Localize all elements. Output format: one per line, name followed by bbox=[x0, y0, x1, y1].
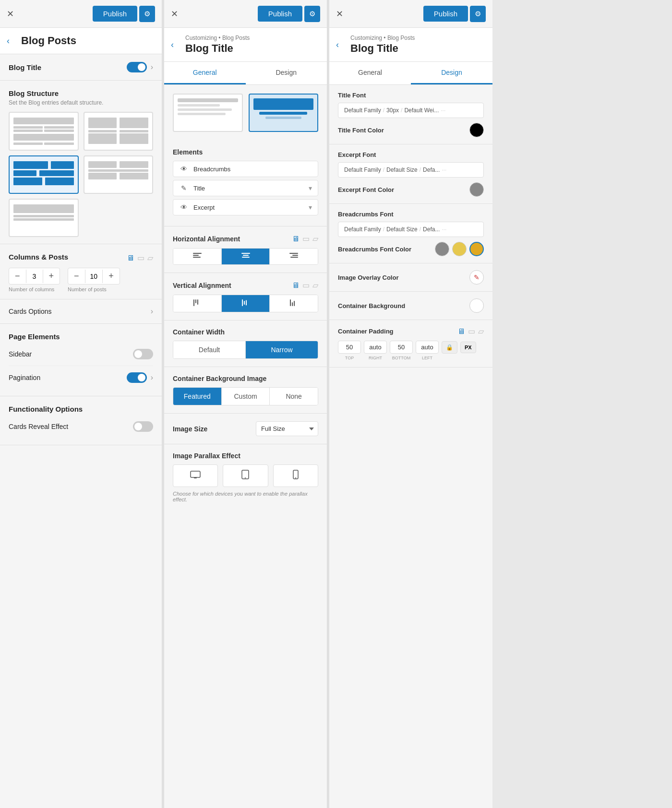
parallax-mobile[interactable] bbox=[273, 464, 318, 487]
close-button-2[interactable]: ✕ bbox=[171, 9, 178, 19]
blog-title-row[interactable]: Blog Title › bbox=[0, 54, 162, 81]
excerpt-color-dot[interactable] bbox=[469, 182, 484, 197]
element-title: ✎ Title ▾ bbox=[173, 180, 318, 196]
cw-default[interactable]: Default bbox=[173, 341, 246, 358]
title-color-dot[interactable] bbox=[469, 123, 484, 137]
bg-custom[interactable]: Custom bbox=[222, 388, 270, 405]
bg-featured[interactable]: Featured bbox=[173, 388, 222, 405]
topbar-1: ✕ Publish ⚙ bbox=[0, 0, 162, 28]
publish-button-2[interactable]: Publish bbox=[258, 6, 302, 22]
parallax-note: Choose for which devices you want to ena… bbox=[173, 491, 318, 502]
breadcrumbs-color-2[interactable] bbox=[452, 242, 467, 256]
padding-lock[interactable]: 🔒 bbox=[442, 341, 457, 354]
cards-options-row[interactable]: Cards Options › bbox=[0, 299, 162, 324]
excerpt-color-row: Excerpt Font Color bbox=[338, 182, 484, 197]
layout-preview-2[interactable] bbox=[249, 94, 319, 132]
tab-general-2[interactable]: General bbox=[164, 62, 246, 84]
cw-narrow[interactable]: Narrow bbox=[246, 341, 318, 358]
gear-button-2[interactable]: ⚙ bbox=[304, 6, 320, 22]
cards-options-label: Cards Options bbox=[9, 308, 51, 315]
tablet-icon-va[interactable]: ▭ bbox=[302, 281, 310, 290]
breadcrumbs-color-1[interactable] bbox=[435, 242, 449, 256]
desktop-icon-va[interactable]: 🖥 bbox=[292, 281, 300, 290]
back-arrow-2[interactable]: ‹ bbox=[171, 40, 174, 50]
padding-title-row: Container Padding 🖥 ▭ ▱ bbox=[338, 327, 484, 336]
tab-general-3[interactable]: General bbox=[329, 62, 411, 84]
bottom-label: BOTTOM bbox=[390, 356, 413, 360]
tablet-icon-ha[interactable]: ▭ bbox=[302, 234, 310, 243]
structure-thumb-4[interactable] bbox=[84, 155, 154, 194]
breadcrumbs-font-label: Breadcrumbs Font bbox=[338, 211, 484, 218]
publish-button-1[interactable]: Publish bbox=[93, 6, 137, 22]
tab-design-2[interactable]: Design bbox=[246, 62, 327, 84]
h-align-center[interactable] bbox=[222, 249, 270, 264]
v-align-top[interactable] bbox=[173, 295, 222, 312]
device-icons-1: 🖥 ▭ ▱ bbox=[127, 253, 153, 262]
overlay-color-label: Image Overlay Color bbox=[338, 274, 398, 281]
img-size-select[interactable]: Full Size bbox=[256, 421, 318, 436]
posts-decrement[interactable]: − bbox=[68, 268, 85, 284]
close-button-1[interactable]: ✕ bbox=[7, 9, 14, 19]
h-align-left[interactable] bbox=[173, 249, 222, 264]
close-button-3[interactable]: ✕ bbox=[336, 9, 343, 19]
excerpt-font-value[interactable]: Default Family / Default Size / Defa... … bbox=[338, 162, 484, 178]
publish-button-3[interactable]: Publish bbox=[423, 6, 468, 22]
v-align-middle[interactable] bbox=[222, 295, 270, 312]
back-arrow-1[interactable]: ‹ bbox=[7, 36, 10, 46]
structure-thumb-2[interactable] bbox=[84, 112, 154, 151]
container-bg-label: Container Background bbox=[338, 302, 405, 309]
overlay-color-dot[interactable]: ✎ bbox=[469, 270, 484, 285]
tablet-icon-1[interactable]: ▭ bbox=[137, 253, 144, 262]
sidebar-toggle-row: Sidebar bbox=[9, 343, 153, 366]
sidebar-label: Sidebar bbox=[9, 350, 32, 358]
tablet-icon-pad[interactable]: ▭ bbox=[468, 327, 475, 336]
v-align-bottom[interactable] bbox=[270, 295, 318, 312]
mobile-icon-ha[interactable]: ▱ bbox=[312, 234, 318, 243]
padding-bottom[interactable] bbox=[390, 341, 413, 354]
gear-button-3[interactable]: ⚙ bbox=[470, 6, 486, 22]
container-width-section: Container Width Default Narrow bbox=[164, 321, 327, 367]
padding-unit[interactable]: PX bbox=[460, 342, 476, 353]
breadcrumbs-color-3[interactable] bbox=[469, 242, 484, 256]
posts-increment[interactable]: + bbox=[103, 268, 120, 284]
bg-none[interactable]: None bbox=[270, 388, 318, 405]
posts-stepper-group: − 10 + Number of posts bbox=[68, 268, 120, 292]
pagination-toggle[interactable] bbox=[127, 372, 147, 383]
mobile-icon-va[interactable]: ▱ bbox=[312, 281, 318, 290]
desktop-icon-1[interactable]: 🖥 bbox=[127, 254, 134, 262]
parallax-tablet[interactable] bbox=[223, 464, 268, 487]
title-color-label: Title Font Color bbox=[338, 127, 384, 134]
svg-point-21 bbox=[245, 477, 246, 478]
page-elements-title: Page Elements bbox=[9, 333, 153, 341]
columns-stepper-group: − 3 + Number of columns bbox=[9, 268, 60, 292]
panel1-scroll: Blog Title › Blog Structure Set the Blog… bbox=[0, 54, 162, 808]
breadcrumbs-font-value[interactable]: Default Family / Default Size / Defa... … bbox=[338, 222, 484, 237]
back-arrow-3[interactable]: ‹ bbox=[336, 40, 339, 50]
structure-thumb-1[interactable] bbox=[9, 112, 79, 151]
h-align-right[interactable] bbox=[270, 249, 318, 264]
topbar-right-3: Publish ⚙ bbox=[423, 6, 486, 22]
desktop-icon-pad[interactable]: 🖥 bbox=[457, 327, 465, 336]
tab-design-3[interactable]: Design bbox=[411, 62, 492, 84]
blog-title-toggle[interactable] bbox=[127, 62, 147, 72]
structure-thumb-5[interactable] bbox=[9, 199, 79, 237]
panel3-header: ‹ Customizing • Blog Posts Blog Title bbox=[329, 28, 492, 62]
gear-button-1[interactable]: ⚙ bbox=[139, 6, 155, 22]
title-font-value[interactable]: Default Family / 30px / Default Wei... ·… bbox=[338, 103, 484, 118]
layout-preview-1[interactable] bbox=[173, 94, 243, 132]
structure-thumb-3[interactable] bbox=[9, 155, 79, 194]
padding-right[interactable] bbox=[364, 341, 387, 354]
container-bg-dot[interactable] bbox=[469, 298, 484, 313]
columns-decrement[interactable]: − bbox=[9, 268, 26, 284]
cards-reveal-toggle[interactable] bbox=[133, 421, 153, 432]
mobile-icon-1[interactable]: ▱ bbox=[147, 253, 153, 262]
padding-top[interactable] bbox=[338, 341, 361, 354]
padding-left[interactable] bbox=[416, 341, 439, 354]
desktop-icon-ha[interactable]: 🖥 bbox=[292, 235, 300, 243]
panel1-header: ‹ Blog Posts bbox=[0, 28, 162, 54]
sidebar-toggle[interactable] bbox=[133, 349, 153, 359]
columns-increment[interactable]: + bbox=[43, 268, 60, 284]
mobile-icon-pad[interactable]: ▱ bbox=[478, 327, 484, 336]
image-size-section: Image Size Full Size bbox=[164, 414, 327, 444]
parallax-desktop[interactable] bbox=[173, 464, 218, 487]
